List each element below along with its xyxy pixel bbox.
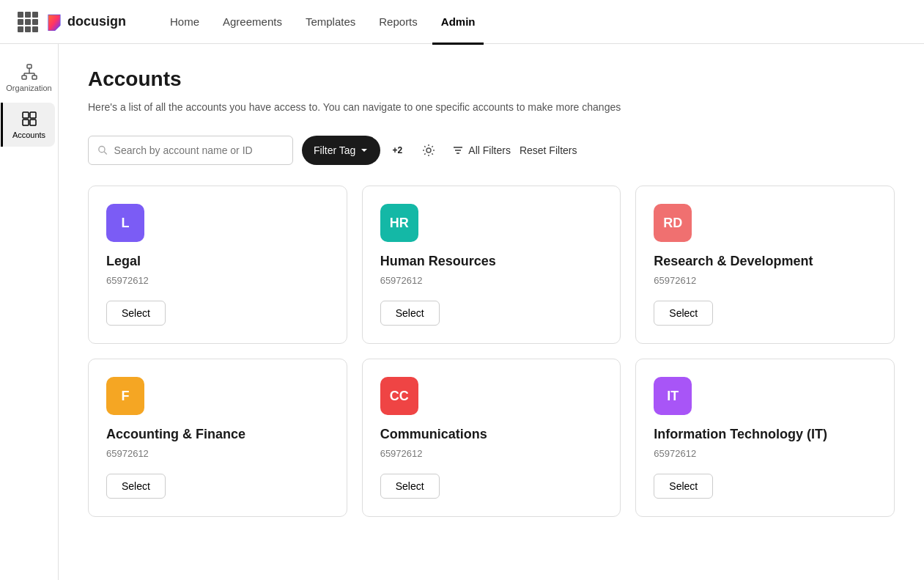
account-id: 65972612	[654, 275, 876, 286]
account-name: Legal	[106, 254, 329, 269]
svg-point-15	[426, 148, 431, 153]
page-description: Here's a list of all the accounts you ha…	[88, 100, 895, 115]
account-card: HR Human Resources 65972612 Select	[362, 186, 621, 344]
svg-rect-11	[23, 120, 29, 125]
brand-name: docusign	[67, 14, 126, 29]
select-button[interactable]: Select	[106, 301, 166, 326]
all-filters-label: All Filters	[468, 144, 511, 156]
accounts-grid: L Legal 65972612 Select HR Human Resourc…	[88, 186, 895, 517]
select-button[interactable]: Select	[654, 301, 713, 326]
docusign-logo-icon	[44, 12, 64, 32]
top-navigation: docusign Home Agreements Templates Repor…	[0, 0, 924, 44]
account-id: 65972612	[654, 448, 876, 459]
sidebar-item-organization[interactable]: Organization	[4, 56, 54, 100]
gear-icon	[421, 143, 436, 158]
organization-icon	[21, 63, 38, 81]
accounts-icon	[21, 110, 38, 128]
sidebar-accounts-label: Accounts	[12, 131, 45, 139]
account-name: Human Resources	[380, 254, 603, 269]
reset-filters-button[interactable]: Reset Filters	[520, 144, 577, 156]
account-avatar: CC	[380, 377, 418, 415]
account-card: RD Research & Development 65972612 Selec…	[635, 186, 895, 344]
account-name: Research & Development	[654, 254, 876, 269]
account-id: 65972612	[106, 275, 329, 286]
logo-area: docusign	[18, 12, 126, 32]
page-title: Accounts	[88, 67, 895, 91]
sidebar-item-accounts[interactable]: Accounts	[1, 103, 55, 147]
brand-logo[interactable]: docusign	[44, 12, 126, 32]
svg-rect-12	[30, 120, 36, 125]
filter-count-badge: +2	[389, 142, 405, 158]
filter-bar: Filter Tag +2 All Filters	[88, 136, 895, 165]
account-id: 65972612	[380, 448, 603, 459]
app-grid-icon[interactable]	[18, 12, 38, 32]
app-layout: Organization Accounts Accounts Here's a …	[0, 44, 924, 580]
select-button[interactable]: Select	[654, 474, 713, 499]
svg-rect-9	[23, 112, 29, 118]
account-card: CC Communications 65972612 Select	[362, 359, 621, 517]
nav-agreements[interactable]: Agreements	[214, 1, 291, 45]
account-card: L Legal 65972612 Select	[88, 186, 347, 344]
svg-rect-10	[30, 112, 36, 118]
select-button[interactable]: Select	[380, 474, 440, 499]
nav-home[interactable]: Home	[161, 1, 208, 45]
nav-links: Home Agreements Templates Reports Admin	[161, 0, 484, 44]
account-card: IT Information Technology (IT) 65972612 …	[635, 359, 895, 517]
filter-tag-label: Filter Tag	[314, 144, 355, 156]
svg-rect-2	[27, 65, 32, 68]
account-avatar: F	[106, 377, 144, 415]
svg-point-13	[99, 147, 105, 153]
account-avatar: HR	[380, 204, 418, 242]
search-input[interactable]	[114, 144, 284, 156]
account-card: F Accounting & Finance 65972612 Select	[88, 359, 347, 517]
nav-templates[interactable]: Templates	[297, 1, 364, 45]
nav-reports[interactable]: Reports	[370, 1, 426, 45]
svg-rect-3	[22, 76, 26, 79]
all-filters-button[interactable]: All Filters	[452, 144, 511, 156]
account-avatar: L	[106, 204, 144, 242]
account-id: 65972612	[380, 275, 603, 286]
filter-icon	[452, 144, 464, 156]
account-avatar: RD	[654, 204, 692, 242]
filter-tag-button[interactable]: Filter Tag	[302, 136, 380, 165]
account-name: Communications	[380, 427, 603, 442]
svg-rect-4	[32, 76, 37, 79]
account-avatar: IT	[654, 377, 692, 415]
svg-line-14	[104, 152, 107, 155]
account-name: Information Technology (IT)	[654, 427, 876, 442]
sidebar: Organization Accounts	[0, 44, 59, 580]
main-content: Accounts Here's a list of all the accoun…	[59, 44, 924, 580]
gear-button[interactable]	[414, 136, 443, 165]
search-box	[88, 136, 293, 165]
account-name: Accounting & Finance	[106, 427, 329, 442]
search-icon	[97, 144, 108, 156]
select-button[interactable]: Select	[380, 301, 440, 326]
chevron-down-icon	[360, 146, 369, 155]
select-button[interactable]: Select	[106, 474, 166, 499]
nav-admin[interactable]: Admin	[432, 1, 484, 45]
account-id: 65972612	[106, 448, 329, 459]
sidebar-org-label: Organization	[6, 84, 51, 92]
